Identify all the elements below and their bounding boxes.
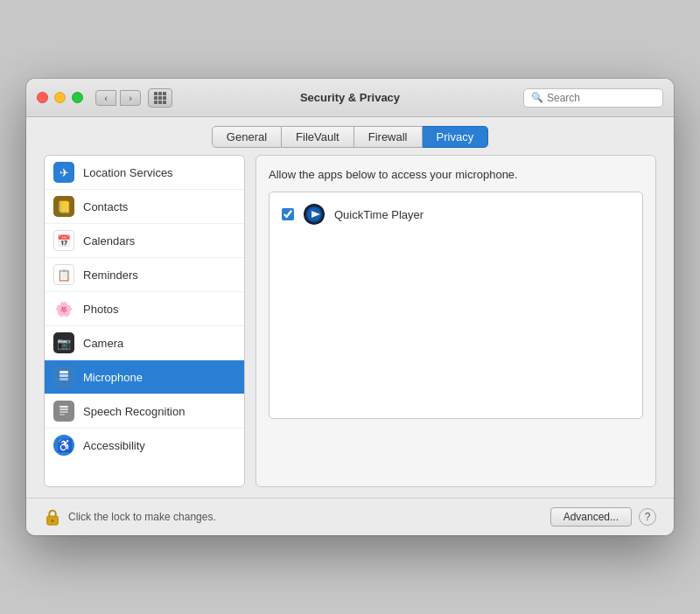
sidebar-label-contacts: Contacts xyxy=(83,200,128,213)
sidebar-item-photos[interactable]: 🌸 Photos xyxy=(45,292,244,326)
photos-icon: 🌸 xyxy=(53,298,74,319)
grid-icon xyxy=(154,92,166,104)
back-button[interactable]: ‹ xyxy=(95,90,116,106)
camera-icon: 📷 xyxy=(53,332,74,353)
app-item-quicktime: QuickTime Player xyxy=(276,199,635,229)
svg-point-12 xyxy=(52,520,54,522)
svg-rect-0 xyxy=(60,371,68,373)
sidebar-item-calendars[interactable]: 📅 Calendars xyxy=(45,224,244,258)
sidebar-label-location: Location Services xyxy=(83,166,173,179)
accessibility-icon: ♿ xyxy=(53,435,74,456)
lock-text: Click the lock to make changes. xyxy=(68,511,216,523)
window-title: Security & Privacy xyxy=(300,91,400,104)
search-bar[interactable]: 🔍 xyxy=(523,88,663,108)
tabs-bar: General FileVault Firewall Privacy xyxy=(26,117,674,155)
titlebar: ‹ › Security & Privacy 🔍 xyxy=(26,79,674,117)
sidebar-item-camera[interactable]: 📷 Camera xyxy=(45,326,244,360)
calendars-icon: 📅 xyxy=(53,230,74,251)
reminders-icon: 📋 xyxy=(53,264,74,285)
close-button[interactable] xyxy=(37,92,48,103)
traffic-lights xyxy=(37,92,83,103)
lock-icon[interactable] xyxy=(44,507,61,527)
sidebar-item-accessibility[interactable]: ♿ Accessibility xyxy=(45,429,244,462)
minimize-button[interactable] xyxy=(54,92,66,103)
main-window: ‹ › Security & Privacy 🔍 General FileVau… xyxy=(26,79,674,535)
sidebar-item-microphone[interactable]: Microphone xyxy=(45,360,244,394)
tab-general[interactable]: General xyxy=(212,126,282,148)
svg-rect-3 xyxy=(60,406,68,408)
sidebar-label-microphone: Microphone xyxy=(83,371,143,384)
contacts-icon: 📒 xyxy=(53,196,74,217)
sidebar-item-speech[interactable]: Speech Recognition xyxy=(45,394,244,429)
tab-filevault[interactable]: FileVault xyxy=(282,126,354,148)
location-icon: ✈ xyxy=(53,162,74,183)
quicktime-checkbox[interactable] xyxy=(282,208,294,220)
sidebar-label-reminders: Reminders xyxy=(83,269,138,282)
search-icon: 🔍 xyxy=(531,92,543,103)
sidebar-item-contacts[interactable]: 📒 Contacts xyxy=(45,190,244,224)
sidebar-label-accessibility: Accessibility xyxy=(83,439,145,452)
advanced-button[interactable]: Advanced... xyxy=(550,507,632,527)
svg-rect-1 xyxy=(60,374,68,377)
help-button[interactable]: ? xyxy=(639,508,656,526)
quicktime-app-name: QuickTime Player xyxy=(334,208,424,221)
sidebar-label-calendars: Calendars xyxy=(83,234,135,248)
apps-list: QuickTime Player xyxy=(269,192,643,419)
tab-privacy[interactable]: Privacy xyxy=(423,126,489,148)
tab-firewall[interactable]: Firewall xyxy=(354,126,423,148)
main-content: ✈ Location Services 📒 Contacts 📅 Calenda… xyxy=(44,155,656,498)
maximize-button[interactable] xyxy=(72,92,83,103)
bottom-bar: Click the lock to make changes. Advanced… xyxy=(26,498,674,535)
nav-buttons: ‹ › xyxy=(95,90,141,106)
sidebar: ✈ Location Services 📒 Contacts 📅 Calenda… xyxy=(44,155,245,487)
grid-view-button[interactable] xyxy=(148,88,172,108)
svg-rect-6 xyxy=(60,414,65,415)
svg-rect-5 xyxy=(60,411,68,413)
sidebar-label-speech: Speech Recognition xyxy=(83,405,185,418)
right-panel: Allow the apps below to access your micr… xyxy=(256,155,656,487)
sidebar-item-reminders[interactable]: 📋 Reminders xyxy=(45,258,244,292)
microphone-icon xyxy=(53,366,74,387)
search-input[interactable] xyxy=(547,92,655,104)
sidebar-label-camera: Camera xyxy=(83,337,123,350)
svg-rect-4 xyxy=(60,408,68,410)
lock-section: Click the lock to make changes. xyxy=(44,507,216,527)
panel-description: Allow the apps below to access your micr… xyxy=(269,168,643,181)
bottom-right-actions: Advanced... ? xyxy=(550,507,656,527)
quicktime-app-icon xyxy=(303,203,326,226)
speech-icon xyxy=(53,401,74,422)
sidebar-item-location[interactable]: ✈ Location Services xyxy=(45,156,244,190)
sidebar-label-photos: Photos xyxy=(83,303,118,316)
svg-rect-2 xyxy=(60,378,68,380)
forward-button[interactable]: › xyxy=(120,90,141,106)
